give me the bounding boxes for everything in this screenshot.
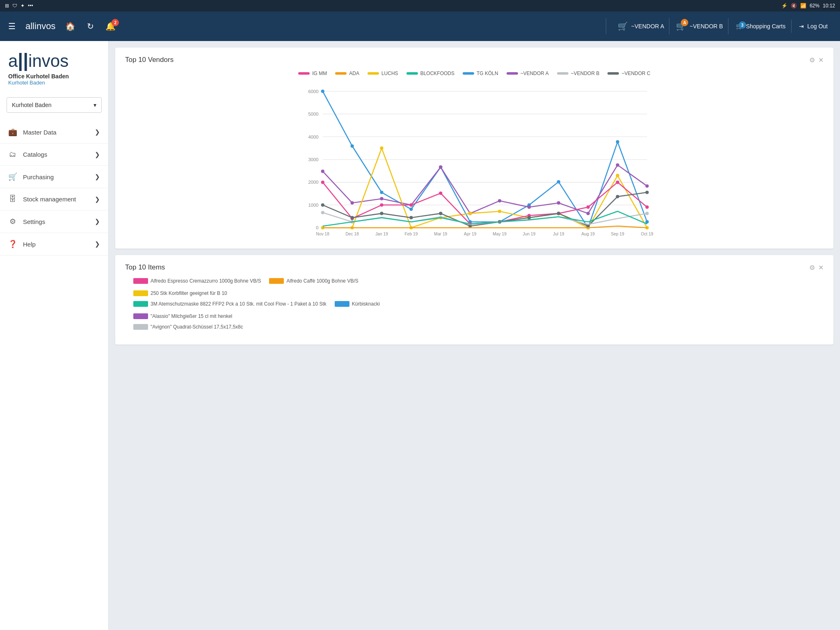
svg-point-78 (439, 212, 442, 215)
chevron-right-help: ❯ (95, 240, 100, 248)
bluetooth-icon: ⚡ (781, 3, 788, 9)
gear-icon[interactable]: ⚙ (809, 56, 815, 64)
help-icon: ❓ (8, 240, 17, 249)
app-body: a||invos Office Kurhotel Baden Kurhotel … (0, 41, 840, 630)
legend-rect-250stk (133, 290, 148, 296)
top-items-card: Top 10 Items ⚙ ✕ Alfredo Espresso Cremaz… (115, 255, 833, 345)
vendor-b-button[interactable]: 🛒 A ~VENDOR B (671, 18, 728, 34)
svg-text:Aug 19: Aug 19 (582, 232, 595, 236)
top-items-header: Top 10 Items ⚙ ✕ (125, 263, 824, 272)
legend-250stk: 250 Stk Korbfilter geeignet für B 10 (133, 290, 815, 296)
svg-point-75 (351, 216, 354, 219)
vendor-b-label: ~VENDOR B (689, 23, 723, 30)
legend-rect-alfredo-caffe (269, 278, 284, 284)
vendor-a-cart-icon: 🛒 (618, 21, 628, 31)
wifi-icon: 📶 (800, 3, 806, 9)
top-items-title: Top 10 Items (125, 263, 165, 272)
items-legend: Alfredo Espresso Cremazzurro 1000g Bohne… (125, 278, 824, 330)
hamburger-button[interactable]: ☰ (7, 20, 17, 33)
svg-point-34 (557, 180, 560, 183)
status-bar: ⊞ 🛡 ✦ ••• ⚡ 🔇 📶 62% 10:12 (0, 0, 840, 11)
svg-point-72 (616, 180, 619, 184)
close-icon[interactable]: ✕ (818, 56, 824, 64)
svg-point-27 (351, 144, 354, 148)
top-vendors-actions: ⚙ ✕ (809, 56, 824, 64)
legend-rect-avignon (133, 324, 148, 330)
svg-point-88 (645, 212, 648, 215)
svg-point-81 (527, 216, 531, 219)
refresh-button[interactable]: ↻ (85, 20, 96, 33)
svg-point-52 (380, 146, 383, 150)
items-close-icon[interactable]: ✕ (818, 264, 824, 272)
stock-icon: 🗄 (8, 195, 17, 203)
shopping-carts-button[interactable]: 🛒 3 Shopping Carts (730, 20, 792, 33)
svg-text:1000: 1000 (308, 203, 318, 208)
top-vendors-title: Top 10 Vendors (125, 56, 173, 64)
status-bar-left: ⊞ 🛡 ✦ ••• (5, 3, 33, 9)
svg-point-62 (321, 180, 324, 184)
svg-text:Feb 19: Feb 19 (404, 232, 418, 236)
legend-color-vendor-a (507, 72, 518, 75)
logout-label: Log Out (807, 23, 828, 30)
svg-point-82 (557, 212, 560, 215)
legend-label-luchs: LUCHS (381, 71, 398, 76)
svg-point-56 (498, 210, 501, 213)
legend-label-vendor-c: ~VENDOR C (621, 71, 650, 76)
logout-button[interactable]: ⇥ Log Out (793, 20, 833, 33)
notifications-button[interactable]: 🔔 2 (104, 20, 117, 33)
home-button[interactable]: 🏠 (64, 20, 77, 33)
svg-text:3000: 3000 (308, 157, 318, 162)
svg-point-40 (380, 197, 383, 200)
sidebar-logo: a||invos (8, 51, 100, 70)
chevron-right-settings: ❯ (95, 218, 100, 225)
svg-point-36 (616, 140, 619, 144)
main-content: Top 10 Vendors ⚙ ✕ IG MM ADA LUC (109, 41, 840, 630)
top-vendors-header: Top 10 Vendors ⚙ ✕ (125, 56, 824, 64)
sidebar-item-catalogs[interactable]: 🗂 Catalogs ❯ (0, 144, 108, 166)
sidebar-item-help[interactable]: ❓ Help ❯ (0, 233, 108, 256)
legend-rect-3m (133, 301, 148, 307)
master-data-label: Master Data (23, 129, 57, 136)
vendor-a-button[interactable]: 🛒 ~VENDOR A (613, 18, 670, 34)
legend-rect-alfredo-espresso (133, 278, 148, 284)
legend-alfredo-espresso: Alfredo Espresso Cremazzurro 1000g Bohne… (133, 278, 261, 284)
vendors-chart-svg: 6000 5000 4000 3000 2000 1000 0 Nov 18 D… (125, 83, 824, 239)
svg-point-48 (616, 163, 619, 167)
legend-label-vendor-b: ~VENDOR B (571, 71, 600, 76)
sidebar-item-master-data[interactable]: 💼 Master Data ❯ (0, 121, 108, 144)
svg-point-45 (527, 205, 531, 209)
legend-color-vendor-c (607, 72, 619, 75)
svg-text:Oct 19: Oct 19 (641, 232, 653, 236)
sidebar-logo-area: a||invos Office Kurhotel Baden Kurhotel … (0, 41, 108, 92)
svg-point-86 (321, 211, 324, 214)
svg-point-47 (587, 212, 590, 215)
svg-text:Sep 19: Sep 19 (611, 232, 624, 236)
sidebar-item-purchasing[interactable]: 🛒 Purchasing ❯ (0, 166, 108, 188)
status-icon-1: ⊞ (5, 3, 9, 9)
svg-point-73 (645, 205, 648, 209)
svg-point-55 (468, 212, 472, 215)
legend-label-alfredo-espresso: Alfredo Espresso Cremazzurro 1000g Bohne… (151, 278, 261, 284)
legend-color-blockfoods (406, 72, 418, 75)
sidebar-item-stock-management[interactable]: 🗄 Stock management ❯ (0, 188, 108, 210)
navbar: ☰ allinvos 🏠 ↻ 🔔 2 🛒 ~VENDOR A 🛒 A ~VEND… (0, 11, 840, 41)
stock-management-label: Stock management (23, 196, 76, 203)
chevron-right-purchasing: ❯ (95, 173, 100, 180)
sidebar-office-name: Office Kurhotel Baden (8, 73, 100, 80)
svg-point-76 (380, 212, 383, 215)
vendor-b-badge: A (681, 19, 688, 26)
legend-label-blockfoods: BLOCKFOODS (420, 71, 454, 76)
legend-alfredo-caffe: Alfredo Caffè 1000g Bohne VB/S (269, 278, 358, 284)
location-dropdown[interactable]: Kurhotel Baden ▾ (7, 97, 102, 113)
shopping-cart-icon-wrapper: 🛒 3 (736, 23, 743, 30)
items-gear-icon[interactable]: ⚙ (809, 264, 815, 272)
svg-point-29 (409, 208, 413, 211)
mute-icon: 🔇 (791, 3, 797, 9)
svg-point-66 (439, 192, 442, 195)
svg-text:Mar 19: Mar 19 (434, 232, 447, 236)
sidebar-item-settings[interactable]: ⚙ Settings ❯ (0, 210, 108, 233)
legend-label-alfredo-caffe: Alfredo Caffè 1000g Bohne VB/S (286, 278, 358, 284)
legend-color-tg-koln (463, 72, 474, 75)
svg-text:5000: 5000 (308, 112, 318, 116)
legend-label-250stk: 250 Stk Korbfilter geeignet für B 10 (151, 290, 227, 296)
